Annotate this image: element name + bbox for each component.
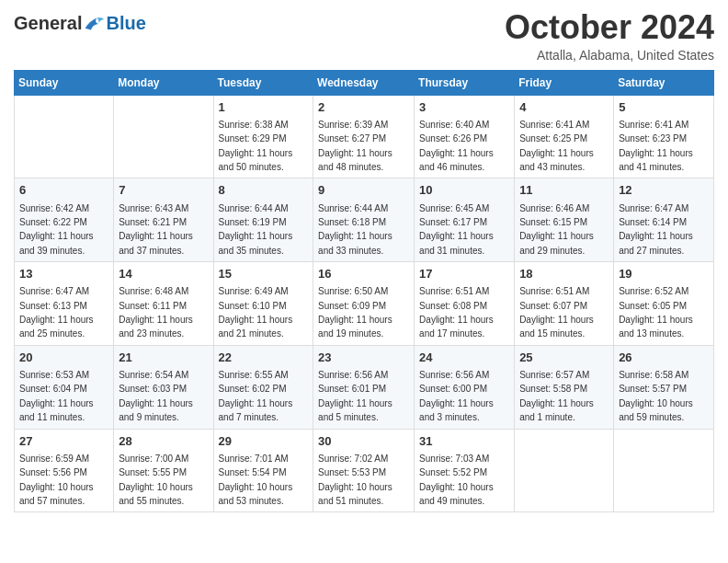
day-info: Sunrise: 6:44 AM Sunset: 6:19 PM Dayligh…	[219, 203, 293, 256]
day-info: Sunrise: 7:00 AM Sunset: 5:55 PM Dayligh…	[119, 454, 193, 506]
day-cell-11: 11Sunrise: 6:46 AM Sunset: 6:15 PM Dayli…	[515, 178, 614, 262]
week-row-2: 6Sunrise: 6:42 AM Sunset: 6:22 PM Daylig…	[15, 178, 714, 262]
day-cell-22: 22Sunrise: 6:55 AM Sunset: 6:02 PM Dayli…	[213, 345, 313, 429]
logo-bird-icon	[84, 15, 106, 33]
day-info: Sunrise: 6:46 AM Sunset: 6:15 PM Dayligh…	[519, 203, 594, 256]
day-cell-13: 13Sunrise: 6:47 AM Sunset: 6:13 PM Dayli…	[15, 262, 114, 346]
day-info: Sunrise: 6:39 AM Sunset: 6:27 PM Dayligh…	[318, 120, 392, 172]
day-number: 8	[219, 182, 309, 199]
day-info: Sunrise: 7:01 AM Sunset: 5:54 PM Dayligh…	[219, 454, 293, 506]
day-info: Sunrise: 6:48 AM Sunset: 6:11 PM Dayligh…	[119, 286, 193, 339]
day-info: Sunrise: 6:56 AM Sunset: 6:00 PM Dayligh…	[419, 370, 494, 422]
day-info: Sunrise: 6:40 AM Sunset: 6:26 PM Dayligh…	[419, 120, 494, 172]
day-cell-2: 2Sunrise: 6:39 AM Sunset: 6:27 PM Daylig…	[313, 95, 415, 178]
day-cell-26: 26Sunrise: 6:58 AM Sunset: 5:57 PM Dayli…	[614, 345, 714, 429]
day-info: Sunrise: 6:51 AM Sunset: 6:08 PM Dayligh…	[419, 286, 494, 339]
day-cell-19: 19Sunrise: 6:52 AM Sunset: 6:05 PM Dayli…	[614, 262, 714, 346]
day-number: 31	[419, 433, 509, 450]
day-info: Sunrise: 6:47 AM Sunset: 6:13 PM Dayligh…	[19, 286, 94, 339]
weekday-header-wednesday: Wednesday	[313, 70, 415, 95]
day-cell-3: 3Sunrise: 6:40 AM Sunset: 6:26 PM Daylig…	[415, 95, 515, 178]
day-number: 14	[119, 266, 208, 282]
weekday-header-sunday: Sunday	[15, 70, 114, 95]
day-number: 16	[318, 266, 409, 282]
day-info: Sunrise: 6:41 AM Sunset: 6:23 PM Dayligh…	[619, 120, 693, 172]
day-info: Sunrise: 6:45 AM Sunset: 6:17 PM Dayligh…	[419, 203, 494, 256]
day-number: 6	[19, 182, 108, 199]
day-info: Sunrise: 6:52 AM Sunset: 6:05 PM Dayligh…	[619, 286, 693, 339]
day-number: 5	[619, 99, 709, 116]
day-cell-16: 16Sunrise: 6:50 AM Sunset: 6:09 PM Dayli…	[313, 262, 415, 346]
day-info: Sunrise: 6:53 AM Sunset: 6:04 PM Dayligh…	[19, 370, 94, 422]
week-row-1: 1Sunrise: 6:38 AM Sunset: 6:29 PM Daylig…	[15, 95, 714, 178]
day-number: 4	[519, 99, 609, 116]
day-cell-12: 12Sunrise: 6:47 AM Sunset: 6:14 PM Dayli…	[614, 178, 714, 262]
day-cell-30: 30Sunrise: 7:02 AM Sunset: 5:53 PM Dayli…	[313, 429, 415, 512]
day-cell-8: 8Sunrise: 6:44 AM Sunset: 6:19 PM Daylig…	[213, 178, 313, 262]
day-cell-28: 28Sunrise: 7:00 AM Sunset: 5:55 PM Dayli…	[114, 429, 213, 512]
day-info: Sunrise: 6:56 AM Sunset: 6:01 PM Dayligh…	[318, 370, 392, 422]
day-info: Sunrise: 6:38 AM Sunset: 6:29 PM Dayligh…	[219, 120, 293, 172]
day-cell-17: 17Sunrise: 6:51 AM Sunset: 6:08 PM Dayli…	[415, 262, 515, 346]
day-cell-1: 1Sunrise: 6:38 AM Sunset: 6:29 PM Daylig…	[213, 95, 313, 178]
day-number: 29	[219, 433, 309, 450]
weekday-header-monday: Monday	[114, 70, 213, 95]
logo-general-text: General	[14, 13, 82, 34]
location-text: Attalla, Alabama, United States	[505, 48, 714, 63]
weekday-header-tuesday: Tuesday	[213, 70, 313, 95]
day-cell-15: 15Sunrise: 6:49 AM Sunset: 6:10 PM Dayli…	[213, 262, 313, 346]
calendar-table: SundayMondayTuesdayWednesdayThursdayFrid…	[14, 70, 714, 513]
day-info: Sunrise: 6:43 AM Sunset: 6:21 PM Dayligh…	[119, 203, 193, 256]
day-cell-25: 25Sunrise: 6:57 AM Sunset: 5:58 PM Dayli…	[515, 345, 614, 429]
day-cell-24: 24Sunrise: 6:56 AM Sunset: 6:00 PM Dayli…	[415, 345, 515, 429]
day-number: 28	[119, 433, 208, 450]
weekday-header-row: SundayMondayTuesdayWednesdayThursdayFrid…	[15, 70, 714, 95]
day-number: 22	[219, 350, 309, 366]
weekday-header-thursday: Thursday	[415, 70, 515, 95]
day-info: Sunrise: 7:03 AM Sunset: 5:52 PM Dayligh…	[419, 454, 494, 506]
day-cell-23: 23Sunrise: 6:56 AM Sunset: 6:01 PM Dayli…	[313, 345, 415, 429]
day-number: 10	[419, 182, 509, 199]
day-cell-18: 18Sunrise: 6:51 AM Sunset: 6:07 PM Dayli…	[515, 262, 614, 346]
day-number: 2	[318, 99, 409, 116]
empty-cell	[515, 429, 614, 512]
day-number: 19	[619, 266, 709, 282]
day-cell-27: 27Sunrise: 6:59 AM Sunset: 5:56 PM Dayli…	[15, 429, 114, 512]
day-number: 26	[619, 350, 709, 366]
logo: General Blue	[14, 13, 146, 34]
empty-cell	[15, 95, 114, 178]
day-cell-9: 9Sunrise: 6:44 AM Sunset: 6:18 PM Daylig…	[313, 178, 415, 262]
day-cell-4: 4Sunrise: 6:41 AM Sunset: 6:25 PM Daylig…	[515, 95, 614, 178]
day-number: 17	[419, 266, 509, 282]
day-number: 25	[519, 350, 609, 366]
day-info: Sunrise: 6:42 AM Sunset: 6:22 PM Dayligh…	[19, 203, 94, 256]
day-info: Sunrise: 6:57 AM Sunset: 5:58 PM Dayligh…	[519, 370, 594, 422]
day-number: 21	[119, 350, 208, 366]
day-info: Sunrise: 6:58 AM Sunset: 5:57 PM Dayligh…	[619, 370, 693, 422]
week-row-3: 13Sunrise: 6:47 AM Sunset: 6:13 PM Dayli…	[15, 262, 714, 346]
day-number: 15	[219, 266, 309, 282]
day-cell-20: 20Sunrise: 6:53 AM Sunset: 6:04 PM Dayli…	[15, 345, 114, 429]
weekday-header-saturday: Saturday	[614, 70, 714, 95]
day-info: Sunrise: 6:50 AM Sunset: 6:09 PM Dayligh…	[318, 286, 392, 339]
day-number: 11	[519, 182, 609, 199]
day-number: 30	[318, 433, 409, 450]
day-info: Sunrise: 6:55 AM Sunset: 6:02 PM Dayligh…	[219, 370, 293, 422]
day-info: Sunrise: 6:41 AM Sunset: 6:25 PM Dayligh…	[519, 120, 594, 172]
day-number: 24	[419, 350, 509, 366]
week-row-5: 27Sunrise: 6:59 AM Sunset: 5:56 PM Dayli…	[15, 429, 714, 512]
day-info: Sunrise: 6:59 AM Sunset: 5:56 PM Dayligh…	[19, 454, 94, 506]
day-info: Sunrise: 6:47 AM Sunset: 6:14 PM Dayligh…	[619, 203, 693, 256]
day-number: 7	[119, 182, 208, 199]
day-number: 13	[19, 266, 108, 282]
day-cell-29: 29Sunrise: 7:01 AM Sunset: 5:54 PM Dayli…	[213, 429, 313, 512]
empty-cell	[114, 95, 213, 178]
day-number: 3	[419, 99, 509, 116]
week-row-4: 20Sunrise: 6:53 AM Sunset: 6:04 PM Dayli…	[15, 345, 714, 429]
day-cell-6: 6Sunrise: 6:42 AM Sunset: 6:22 PM Daylig…	[15, 178, 114, 262]
day-number: 27	[19, 433, 108, 450]
day-info: Sunrise: 6:49 AM Sunset: 6:10 PM Dayligh…	[219, 286, 293, 339]
day-number: 9	[318, 182, 409, 199]
day-info: Sunrise: 6:54 AM Sunset: 6:03 PM Dayligh…	[119, 370, 193, 422]
day-info: Sunrise: 6:51 AM Sunset: 6:07 PM Dayligh…	[519, 286, 594, 339]
